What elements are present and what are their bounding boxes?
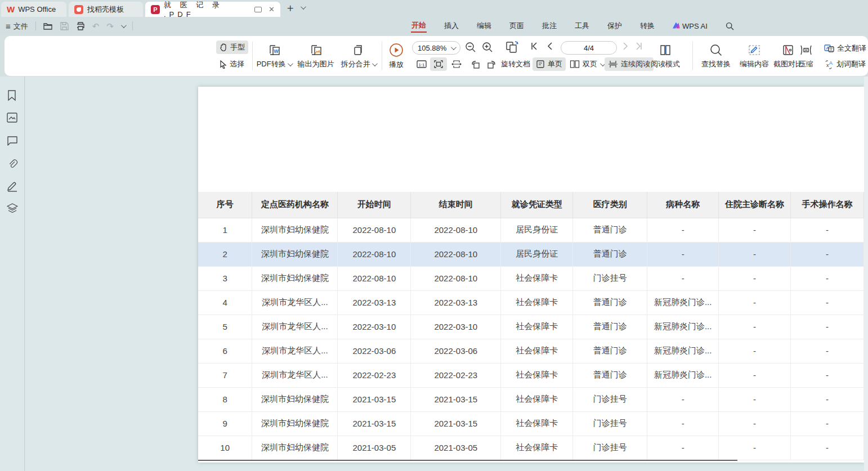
menu-item-insert[interactable]: 插入 [444,20,459,32]
find-replace-button[interactable]: 查找替换 [698,41,734,71]
open-file-icon[interactable] [43,22,53,30]
table-cell: - [719,218,791,242]
table-cell: 2022-08-10 [338,218,411,242]
double-page-button[interactable]: 双页 [566,57,607,71]
pdf-convert-button[interactable]: W PDF转换 [256,41,293,71]
table-cell: 2022-02-23 [338,363,411,387]
table-row[interactable]: 4深圳市龙华区人...2022-03-132022-03-13社会保障卡普通门诊… [198,290,864,315]
table-cell: 深圳市妇幼保健院 [252,218,338,242]
new-tab-button[interactable]: ＋ [285,1,296,15]
split-merge-button[interactable]: 拆分合并 [339,41,378,71]
zoom-level-select[interactable]: 105.88% [412,41,460,55]
table-cell: 2022-03-13 [338,290,411,315]
play-button[interactable]: 播放 [386,41,406,71]
redo-icon[interactable]: ↷ [106,22,114,30]
table-cell: 普通门诊 [573,218,647,242]
table-row[interactable]: 3深圳市妇幼保健院2022-08-102022-08-10社会保障卡门诊挂号--… [198,266,864,290]
table-row[interactable]: 5深圳市龙华区人...2022-03-102022-03-10社会保障卡普通门诊… [198,315,864,339]
table-row[interactable]: 8深圳市妇幼保健院2021-03-152021-03-15社会保障卡门诊挂号--… [198,387,864,411]
hand-tool-button[interactable]: 手型 [216,41,248,54]
table-row[interactable]: 10深圳市妇幼保健院2021-03-052021-03-05社会保障卡门诊挂号-… [198,436,864,460]
present-window-icon[interactable] [254,7,262,12]
table-cell: - [791,218,864,242]
zoom-out-button[interactable] [465,42,476,53]
column-header: 就诊凭证类型 [501,192,573,218]
table-row[interactable]: 7深圳市龙华区人...2022-02-232022-02-23社会保障卡普通门诊… [198,363,864,387]
zoom-in-button[interactable] [482,42,493,53]
fit-page-icon [433,60,444,69]
last-page-button[interactable] [635,42,643,50]
rotate-document-button[interactable]: 旋转文档 [498,57,534,71]
menu-item-comment[interactable]: 批注 [542,20,557,32]
table-cell: 新冠肺炎门诊... [647,315,719,339]
tab-list-chevron-icon[interactable] [301,4,306,10]
table-row[interactable]: 9深圳市妇幼保健院2021-03-152021-03-15社会保障卡门诊挂号--… [198,411,864,436]
fit-width-icon [451,60,462,69]
menu-item-edit[interactable]: 编辑 [476,20,492,32]
tab-docer-templates[interactable]: 找稻壳模板 [69,2,143,17]
window-tab-bar: W WPS Office 找稻壳模板 P 就 医 记 录 .PDF ✕ ＋ [0,0,868,17]
table-cell: 2022-03-10 [411,315,501,339]
table-row[interactable]: 6深圳市龙华区人...2022-03-062022-03-06社会保障卡普通门诊… [198,339,864,363]
signature-pen-icon[interactable] [7,181,18,192]
table-cell: 社会保障卡 [501,339,573,363]
layers-icon[interactable] [7,203,18,214]
menu-item-tools[interactable]: 工具 [574,20,590,32]
bookmark-icon[interactable] [7,90,18,101]
table-cell: 2022-08-10 [411,266,501,290]
select-tool-button[interactable]: 选择 [216,57,248,71]
svg-text:文: 文 [829,47,833,51]
menu-item-wps-ai[interactable]: WPS AI [672,21,708,32]
attachment-icon[interactable] [7,158,18,169]
table-row[interactable]: 1深圳市妇幼保健院2022-08-102022-08-10居民身份证普通门诊--… [198,218,864,242]
undo-icon[interactable]: ↶ [92,22,100,30]
table-cell: 2022-08-10 [338,242,411,266]
table-cell: 社会保障卡 [501,290,573,315]
save-icon[interactable] [60,22,69,30]
single-page-button[interactable]: 单页 [533,57,566,71]
print-icon[interactable] [76,22,85,30]
prev-page-button[interactable] [547,42,553,50]
divider [35,21,36,30]
menu-item-protect[interactable]: 保护 [607,20,623,32]
zoom-out-icon [465,42,476,53]
tab-document-pdf[interactable]: P 就 医 记 录 .PDF ✕ [145,2,280,17]
read-mode-button[interactable]: 阅读模式 [648,41,682,71]
quick-access-chevron-icon[interactable] [121,23,127,28]
actual-size-button[interactable]: 1:1 [413,57,430,71]
page-number-input[interactable] [561,41,617,55]
menu-item-page[interactable]: 页面 [509,20,525,32]
compress-button[interactable]: 压缩 [794,41,818,71]
tab-label: WPS Office [18,5,56,14]
ribbon-menu: 开始 插入 编辑 页面 批注 工具 保护 转换 WPS AI [411,17,735,35]
table-cell: 深圳市龙华区人... [252,339,338,363]
table-cell: - [791,387,864,411]
next-page-button[interactable] [623,42,628,50]
table-cell: 深圳市龙华区人... [252,290,338,315]
close-tab-icon[interactable]: ✕ [269,5,275,14]
fit-width-button[interactable] [448,57,465,71]
file-menu-button[interactable]: ≡ 文件 [6,22,28,30]
fit-page-button[interactable] [430,57,447,71]
edit-content-button[interactable]: 编辑内容 [736,41,772,71]
full-translate-button[interactable]: A文 全文翻译 [821,42,868,55]
rotate-left-button[interactable] [466,57,484,71]
word-translate-button[interactable]: xA 划词翻译 [821,57,868,71]
export-image-button[interactable]: 输出为图片 [295,41,337,71]
menu-item-convert[interactable]: 转换 [639,20,655,32]
menu-item-home[interactable]: 开始 [411,19,427,33]
tab-wps-office[interactable]: W WPS Office [1,2,66,17]
thumbnail-icon[interactable] [7,113,18,124]
menu-search-icon[interactable] [725,21,735,32]
first-page-button[interactable] [530,42,538,50]
table-cell: 社会保障卡 [501,315,573,339]
vertical-scrollbar[interactable] [864,77,868,471]
continuous-read-button[interactable]: 连续阅读 [605,57,654,71]
table-row[interactable]: 2深圳市妇幼保健院2022-08-102022-08-10居民身份证普通门诊--… [198,242,864,266]
comment-icon[interactable] [7,136,18,147]
hand-icon [220,43,227,52]
rotate-right-icon [486,60,498,69]
replace-pages-button[interactable] [504,40,520,55]
divider [252,42,253,70]
table-cell: 1 [198,218,252,242]
